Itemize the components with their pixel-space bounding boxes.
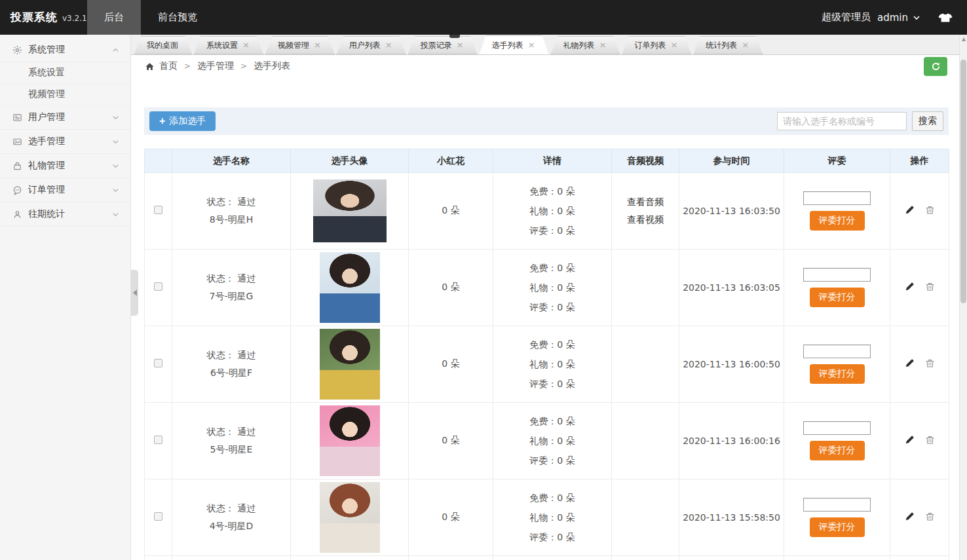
player-name: 5号-明星E: [172, 441, 290, 458]
tab-close-icon[interactable]: ×: [385, 40, 392, 50]
vertical-scrollbar[interactable]: ▲: [959, 35, 967, 560]
sidebar-item-label: 往期统计: [28, 208, 111, 220]
sidebar-item-label: 用户管理: [28, 111, 111, 123]
chat-icon: [12, 185, 22, 195]
player-status: 状态： 通过: [172, 346, 290, 364]
player-status: 状态： 通过: [172, 193, 290, 211]
tab-close-icon[interactable]: ×: [314, 40, 321, 50]
sidebar-item-gift-management[interactable]: 礼物管理: [0, 154, 130, 178]
row-checkbox[interactable]: [154, 282, 162, 291]
sidebar-collapse-handle[interactable]: [131, 270, 138, 316]
judge-score-input[interactable]: [803, 268, 871, 282]
tab-close-icon[interactable]: ×: [742, 40, 749, 50]
detail-line: 免费：0 朵: [493, 488, 611, 508]
main-area: 我的桌面系统设置×视频管理×用户列表×投票记录×选手列表×礼物列表×订单列表×统…: [131, 35, 959, 560]
sidebar-menu: 系统管理系统设置视频管理用户管理选手管理礼物管理订单管理往期统计: [0, 38, 130, 227]
sidebar-subitem-system-settings[interactable]: 系统设置: [0, 62, 130, 84]
edit-pencil-icon[interactable]: [905, 435, 915, 445]
sidebar-item-past-statistics[interactable]: 往期统计: [0, 202, 130, 227]
search-button[interactable]: 搜索: [912, 111, 943, 131]
judge-score-input[interactable]: [803, 421, 871, 435]
trash-icon[interactable]: [925, 435, 935, 445]
scroll-up-icon[interactable]: ▲: [960, 36, 967, 42]
judge-score-button[interactable]: 评委打分: [810, 211, 865, 231]
column-header: 参与时间: [679, 149, 784, 173]
row-checkbox[interactable]: [154, 359, 162, 367]
media-link[interactable]: 查看音频: [612, 193, 679, 211]
breadcrumb-item[interactable]: 首页: [159, 60, 178, 72]
row-checkbox[interactable]: [154, 436, 162, 444]
judge-score-button[interactable]: 评委打分: [810, 441, 865, 460]
gear-icon: [12, 45, 22, 55]
tab-my-desktop[interactable]: 我的桌面: [134, 36, 192, 54]
flowers-cell: 0 朵: [409, 250, 493, 326]
media-cell: 查看音频查看视频: [612, 173, 679, 250]
tab-close-icon[interactable]: ×: [457, 40, 464, 50]
edit-pencil-icon[interactable]: [905, 205, 915, 215]
breadcrumb-item[interactable]: 选手管理: [197, 60, 234, 72]
flowers-cell: 0 朵: [409, 173, 493, 250]
tab-close-icon[interactable]: ×: [528, 40, 535, 50]
judge-score-button[interactable]: 评委打分: [810, 364, 865, 384]
breadcrumb-item[interactable]: 选手列表: [254, 60, 290, 72]
player-status: 状态： 通过: [172, 500, 290, 517]
trash-icon[interactable]: [925, 282, 935, 291]
judge-cell: 评委打分: [784, 250, 890, 326]
trash-icon[interactable]: [925, 358, 935, 368]
tab-close-icon[interactable]: ×: [242, 40, 250, 50]
sidebar-item-user-management[interactable]: 用户管理: [0, 105, 130, 130]
scrollbar-thumb[interactable]: [960, 60, 966, 303]
judge-score-input[interactable]: [803, 191, 871, 205]
row-checkbox[interactable]: [154, 206, 162, 214]
chevron-down-icon: [111, 186, 120, 195]
sidebar-item-system-management[interactable]: 系统管理: [0, 38, 130, 62]
tab-video-management[interactable]: 视频管理×: [265, 36, 335, 54]
tab-stats-list[interactable]: 统计列表×: [693, 36, 763, 54]
sidebar-item-player-management[interactable]: 选手管理: [0, 130, 130, 154]
judge-score-button[interactable]: 评委打分: [810, 288, 865, 307]
player-name: 7号-明星G: [172, 288, 290, 305]
tab-system-settings[interactable]: 系统设置×: [194, 36, 263, 54]
tab-close-icon[interactable]: ×: [599, 40, 607, 50]
detail-line: 评委：0 朵: [493, 451, 611, 470]
detail-line: 礼物：0 朵: [493, 431, 611, 451]
chevron-down-icon[interactable]: [912, 13, 921, 22]
judge-score-input[interactable]: [803, 498, 871, 512]
refresh-button[interactable]: [924, 57, 947, 76]
row-checkbox[interactable]: [154, 512, 162, 521]
user-role: 超级管理员: [822, 11, 871, 24]
trash-icon[interactable]: [925, 512, 935, 521]
join-time-cell: 2020-11-13 16:03:50: [679, 173, 784, 250]
nav-frontend-preview[interactable]: 前台预览: [141, 0, 214, 35]
tab-gift-list[interactable]: 礼物列表×: [551, 36, 620, 54]
search-input[interactable]: [777, 112, 907, 130]
table-row-partial: [145, 556, 949, 560]
trash-icon[interactable]: [925, 205, 935, 215]
details-cell: 免费：0 朵礼物：0 朵评委：0 朵: [493, 250, 612, 326]
tab-user-list[interactable]: 用户列表×: [337, 36, 406, 54]
tab-player-list[interactable]: 选手列表×: [480, 35, 549, 54]
toolbar: + 添加选手 搜索: [144, 107, 949, 135]
nav-backend[interactable]: 后台: [87, 0, 141, 35]
judge-score-button[interactable]: 评委打分: [810, 517, 865, 537]
avatar-cell: [291, 479, 409, 556]
tab-close-icon[interactable]: ×: [670, 40, 677, 50]
column-header: 音频视频: [612, 149, 679, 173]
edit-pencil-icon[interactable]: [905, 282, 915, 291]
column-header: 选手头像: [291, 149, 409, 173]
tab-order-list[interactable]: 订单列表×: [622, 36, 691, 54]
judge-score-input[interactable]: [803, 345, 871, 358]
edit-pencil-icon[interactable]: [905, 358, 915, 368]
players-table-wrap: 选手名称选手头像小红花详情音频视频参与时间评委操作 状态： 通过8号-明星H0 …: [144, 149, 949, 560]
edit-pencil-icon[interactable]: [905, 512, 915, 521]
theme-tshirt-icon[interactable]: [938, 12, 953, 23]
add-player-button[interactable]: + 添加选手: [149, 111, 216, 131]
sidebar-subitem-video-management[interactable]: 视频管理: [0, 84, 130, 105]
table-row-player-5: 状态： 通过5号-明星E0 朵免费：0 朵礼物：0 朵评委：0 朵2020-11…: [145, 403, 949, 479]
tab-vote-records[interactable]: 投票记录×: [408, 36, 478, 54]
empty-cell: [291, 556, 409, 560]
chevron-up-icon: [111, 46, 120, 54]
media-link[interactable]: 查看视频: [612, 211, 679, 229]
username[interactable]: admin: [877, 12, 908, 24]
sidebar-item-order-management[interactable]: 订单管理: [0, 178, 130, 202]
